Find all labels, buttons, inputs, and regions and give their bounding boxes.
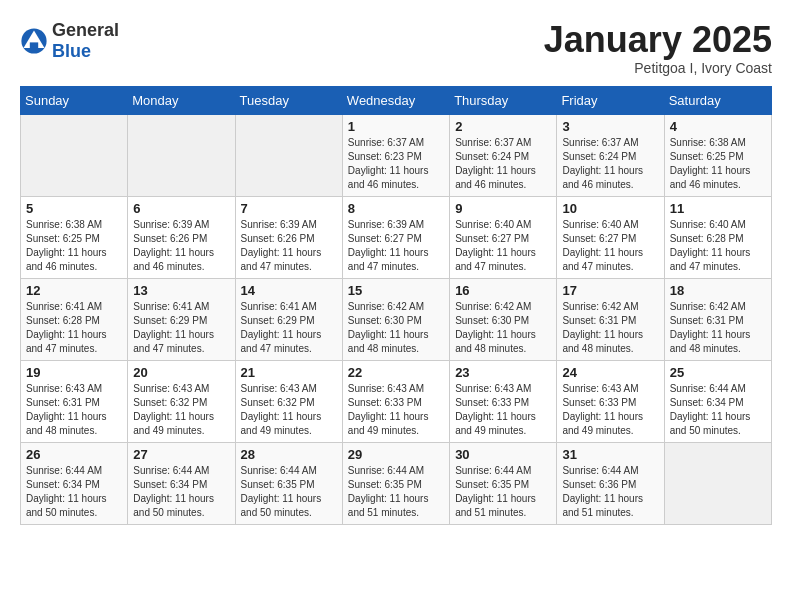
day-info: Sunrise: 6:44 AM Sunset: 6:35 PM Dayligh…	[455, 464, 551, 520]
calendar-cell: 10Sunrise: 6:40 AM Sunset: 6:27 PM Dayli…	[557, 196, 664, 278]
calendar-header-sunday: Sunday	[21, 86, 128, 114]
day-number: 3	[562, 119, 658, 134]
day-info: Sunrise: 6:39 AM Sunset: 6:27 PM Dayligh…	[348, 218, 444, 274]
day-info: Sunrise: 6:44 AM Sunset: 6:34 PM Dayligh…	[670, 382, 766, 438]
calendar-cell: 4Sunrise: 6:38 AM Sunset: 6:25 PM Daylig…	[664, 114, 771, 196]
calendar-week-4: 19Sunrise: 6:43 AM Sunset: 6:31 PM Dayli…	[21, 360, 772, 442]
day-number: 20	[133, 365, 229, 380]
calendar-cell: 5Sunrise: 6:38 AM Sunset: 6:25 PM Daylig…	[21, 196, 128, 278]
day-info: Sunrise: 6:40 AM Sunset: 6:27 PM Dayligh…	[455, 218, 551, 274]
calendar-cell: 26Sunrise: 6:44 AM Sunset: 6:34 PM Dayli…	[21, 442, 128, 524]
day-info: Sunrise: 6:38 AM Sunset: 6:25 PM Dayligh…	[670, 136, 766, 192]
day-number: 9	[455, 201, 551, 216]
calendar-cell: 22Sunrise: 6:43 AM Sunset: 6:33 PM Dayli…	[342, 360, 449, 442]
day-info: Sunrise: 6:40 AM Sunset: 6:27 PM Dayligh…	[562, 218, 658, 274]
calendar-cell	[21, 114, 128, 196]
calendar-cell: 21Sunrise: 6:43 AM Sunset: 6:32 PM Dayli…	[235, 360, 342, 442]
day-number: 22	[348, 365, 444, 380]
subtitle: Petitgoa I, Ivory Coast	[544, 60, 772, 76]
day-number: 19	[26, 365, 122, 380]
header: General Blue January 2025 Petitgoa I, Iv…	[20, 20, 772, 76]
day-info: Sunrise: 6:41 AM Sunset: 6:28 PM Dayligh…	[26, 300, 122, 356]
calendar-cell	[235, 114, 342, 196]
day-number: 28	[241, 447, 337, 462]
logo-general: General	[52, 20, 119, 40]
calendar-cell: 18Sunrise: 6:42 AM Sunset: 6:31 PM Dayli…	[664, 278, 771, 360]
day-number: 25	[670, 365, 766, 380]
day-info: Sunrise: 6:43 AM Sunset: 6:32 PM Dayligh…	[133, 382, 229, 438]
day-info: Sunrise: 6:43 AM Sunset: 6:31 PM Dayligh…	[26, 382, 122, 438]
day-number: 13	[133, 283, 229, 298]
calendar-cell: 8Sunrise: 6:39 AM Sunset: 6:27 PM Daylig…	[342, 196, 449, 278]
logo-blue: Blue	[52, 41, 91, 61]
day-number: 23	[455, 365, 551, 380]
calendar-cell: 17Sunrise: 6:42 AM Sunset: 6:31 PM Dayli…	[557, 278, 664, 360]
day-info: Sunrise: 6:42 AM Sunset: 6:31 PM Dayligh…	[670, 300, 766, 356]
day-info: Sunrise: 6:41 AM Sunset: 6:29 PM Dayligh…	[133, 300, 229, 356]
calendar-cell: 7Sunrise: 6:39 AM Sunset: 6:26 PM Daylig…	[235, 196, 342, 278]
main-title: January 2025	[544, 20, 772, 60]
day-number: 24	[562, 365, 658, 380]
calendar-table: SundayMondayTuesdayWednesdayThursdayFrid…	[20, 86, 772, 525]
day-number: 10	[562, 201, 658, 216]
day-info: Sunrise: 6:44 AM Sunset: 6:34 PM Dayligh…	[26, 464, 122, 520]
calendar-cell: 3Sunrise: 6:37 AM Sunset: 6:24 PM Daylig…	[557, 114, 664, 196]
day-info: Sunrise: 6:44 AM Sunset: 6:34 PM Dayligh…	[133, 464, 229, 520]
calendar-header-row: SundayMondayTuesdayWednesdayThursdayFrid…	[21, 86, 772, 114]
day-info: Sunrise: 6:39 AM Sunset: 6:26 PM Dayligh…	[133, 218, 229, 274]
calendar-week-5: 26Sunrise: 6:44 AM Sunset: 6:34 PM Dayli…	[21, 442, 772, 524]
logo: General Blue	[20, 20, 119, 62]
day-number: 21	[241, 365, 337, 380]
calendar-cell: 20Sunrise: 6:43 AM Sunset: 6:32 PM Dayli…	[128, 360, 235, 442]
day-info: Sunrise: 6:38 AM Sunset: 6:25 PM Dayligh…	[26, 218, 122, 274]
title-block: January 2025 Petitgoa I, Ivory Coast	[544, 20, 772, 76]
day-info: Sunrise: 6:43 AM Sunset: 6:33 PM Dayligh…	[455, 382, 551, 438]
day-number: 2	[455, 119, 551, 134]
day-number: 12	[26, 283, 122, 298]
day-info: Sunrise: 6:40 AM Sunset: 6:28 PM Dayligh…	[670, 218, 766, 274]
calendar-cell: 13Sunrise: 6:41 AM Sunset: 6:29 PM Dayli…	[128, 278, 235, 360]
page: General Blue January 2025 Petitgoa I, Iv…	[0, 0, 792, 535]
calendar-cell: 27Sunrise: 6:44 AM Sunset: 6:34 PM Dayli…	[128, 442, 235, 524]
day-number: 15	[348, 283, 444, 298]
day-number: 1	[348, 119, 444, 134]
calendar-header-saturday: Saturday	[664, 86, 771, 114]
day-info: Sunrise: 6:42 AM Sunset: 6:30 PM Dayligh…	[348, 300, 444, 356]
day-number: 5	[26, 201, 122, 216]
calendar-cell: 14Sunrise: 6:41 AM Sunset: 6:29 PM Dayli…	[235, 278, 342, 360]
day-info: Sunrise: 6:44 AM Sunset: 6:35 PM Dayligh…	[241, 464, 337, 520]
day-info: Sunrise: 6:37 AM Sunset: 6:24 PM Dayligh…	[455, 136, 551, 192]
day-number: 31	[562, 447, 658, 462]
day-info: Sunrise: 6:37 AM Sunset: 6:24 PM Dayligh…	[562, 136, 658, 192]
calendar-header-friday: Friday	[557, 86, 664, 114]
day-number: 16	[455, 283, 551, 298]
calendar-cell: 16Sunrise: 6:42 AM Sunset: 6:30 PM Dayli…	[450, 278, 557, 360]
day-info: Sunrise: 6:39 AM Sunset: 6:26 PM Dayligh…	[241, 218, 337, 274]
day-info: Sunrise: 6:37 AM Sunset: 6:23 PM Dayligh…	[348, 136, 444, 192]
calendar-cell: 1Sunrise: 6:37 AM Sunset: 6:23 PM Daylig…	[342, 114, 449, 196]
svg-rect-2	[30, 42, 38, 48]
calendar-cell: 30Sunrise: 6:44 AM Sunset: 6:35 PM Dayli…	[450, 442, 557, 524]
day-number: 6	[133, 201, 229, 216]
day-number: 7	[241, 201, 337, 216]
calendar-cell: 29Sunrise: 6:44 AM Sunset: 6:35 PM Dayli…	[342, 442, 449, 524]
day-info: Sunrise: 6:41 AM Sunset: 6:29 PM Dayligh…	[241, 300, 337, 356]
day-number: 14	[241, 283, 337, 298]
day-number: 4	[670, 119, 766, 134]
day-number: 11	[670, 201, 766, 216]
calendar-cell	[664, 442, 771, 524]
day-info: Sunrise: 6:43 AM Sunset: 6:33 PM Dayligh…	[348, 382, 444, 438]
day-number: 30	[455, 447, 551, 462]
calendar-week-3: 12Sunrise: 6:41 AM Sunset: 6:28 PM Dayli…	[21, 278, 772, 360]
day-info: Sunrise: 6:42 AM Sunset: 6:30 PM Dayligh…	[455, 300, 551, 356]
calendar-cell: 15Sunrise: 6:42 AM Sunset: 6:30 PM Dayli…	[342, 278, 449, 360]
calendar-week-2: 5Sunrise: 6:38 AM Sunset: 6:25 PM Daylig…	[21, 196, 772, 278]
day-number: 8	[348, 201, 444, 216]
day-number: 26	[26, 447, 122, 462]
calendar-cell	[128, 114, 235, 196]
calendar-week-1: 1Sunrise: 6:37 AM Sunset: 6:23 PM Daylig…	[21, 114, 772, 196]
calendar-cell: 24Sunrise: 6:43 AM Sunset: 6:33 PM Dayli…	[557, 360, 664, 442]
day-info: Sunrise: 6:44 AM Sunset: 6:35 PM Dayligh…	[348, 464, 444, 520]
calendar-cell: 12Sunrise: 6:41 AM Sunset: 6:28 PM Dayli…	[21, 278, 128, 360]
calendar-header-wednesday: Wednesday	[342, 86, 449, 114]
